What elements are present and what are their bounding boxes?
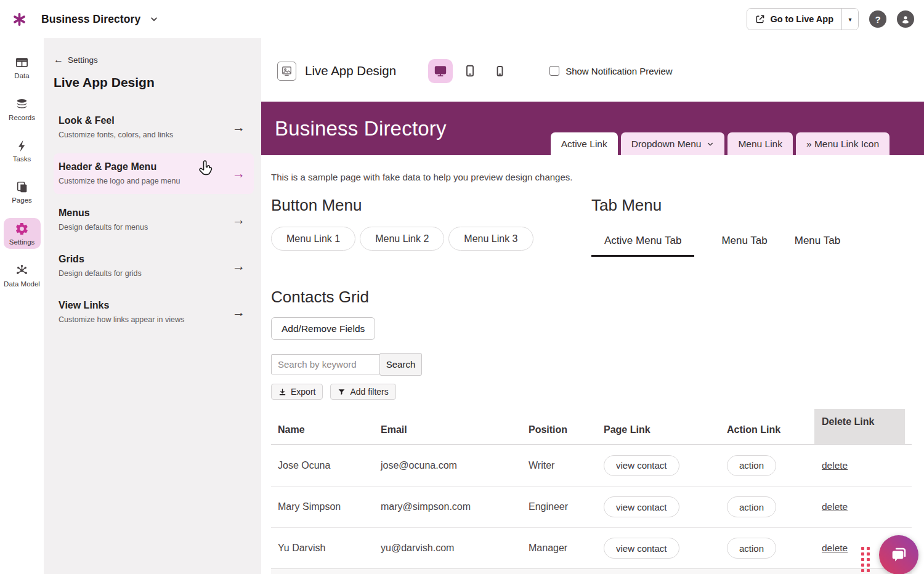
arrow-right-icon: → <box>232 305 245 318</box>
panel-item-header-page-menu[interactable]: Header & Page Menu Customize the logo an… <box>54 153 254 194</box>
lightning-icon <box>15 139 29 153</box>
preview-tab-dropdown-menu[interactable]: Dropdown Menu <box>621 132 725 155</box>
arrow-right-icon: → <box>232 259 245 272</box>
gear-icon <box>15 222 29 236</box>
menu-link-2-button[interactable]: Menu Link 2 <box>360 227 444 251</box>
preview-tab-menu-link-icon[interactable]: » Menu Link Icon <box>796 132 890 155</box>
panel-item-menus[interactable]: Menus Design defaults for menus → <box>54 200 254 240</box>
menu-tab[interactable]: Menu Tab <box>721 235 767 257</box>
go-to-live-app-button[interactable]: Go to Live App <box>747 9 841 30</box>
add-filters-button[interactable]: Add filters <box>330 384 395 400</box>
arrow-right-icon: → <box>232 213 245 226</box>
cell-position: Engineer <box>529 501 604 512</box>
arrow-right-icon: → <box>232 121 245 134</box>
delete-link[interactable]: delete <box>822 501 848 512</box>
column-header-delete-link: Delete Link <box>814 409 905 444</box>
cell-email: mary@simpson.com <box>381 501 529 512</box>
action-button[interactable]: action <box>727 455 776 476</box>
sidebar-item-label: Data <box>14 72 29 79</box>
chat-widget-button[interactable] <box>879 535 918 574</box>
add-filters-label: Add filters <box>350 387 388 397</box>
chevron-down-icon <box>150 15 158 23</box>
preview-tab-menu-link[interactable]: Menu Link <box>727 132 793 155</box>
view-contact-button[interactable]: view contact <box>604 455 679 476</box>
show-notification-preview-toggle[interactable]: Show Notification Preview <box>549 66 672 76</box>
panel-item-subtitle: Customize the logo and page menu <box>59 177 180 185</box>
view-contact-button[interactable]: view contact <box>604 496 679 517</box>
sidebar-item-label: Settings <box>9 238 35 246</box>
preview-tab-label: Dropdown Menu <box>631 139 702 150</box>
cell-email: jose@ocuna.com <box>381 460 529 471</box>
column-header-name: Name <box>271 409 381 444</box>
preview-header-menu: Active Link Dropdown Menu Menu Link » Me… <box>551 132 890 155</box>
database-icon <box>15 97 29 111</box>
device-tablet-button[interactable] <box>458 59 482 83</box>
panel-item-subtitle: Customize fonts, colors, and links <box>59 131 173 139</box>
column-header-action-link: Action Link <box>727 409 814 444</box>
sidebar-item-settings[interactable]: Settings <box>4 218 41 249</box>
action-button[interactable]: action <box>727 538 776 559</box>
table-row: Jose Ocuna jose@ocuna.com Writer view co… <box>271 445 912 486</box>
sidebar-item-records[interactable]: Records <box>4 94 41 124</box>
view-contact-button[interactable]: view contact <box>604 538 679 559</box>
button-menu-title: Button Menu <box>271 196 591 215</box>
preview-app-title: Business Directory <box>275 117 447 140</box>
menu-tab[interactable]: Menu Tab <box>795 235 840 257</box>
panel-item-title: Look & Feel <box>59 115 173 126</box>
sidebar-item-data[interactable]: Data <box>4 52 41 83</box>
knack-logo-icon <box>12 12 26 26</box>
active-menu-tab[interactable]: Active Menu Tab <box>591 235 694 257</box>
question-mark-icon: ? <box>875 14 880 25</box>
panel-title: Live App Design <box>54 75 254 90</box>
action-button[interactable]: action <box>727 496 776 517</box>
sidebar-item-label: Pages <box>12 196 32 204</box>
delete-link[interactable]: delete <box>822 543 848 553</box>
account-button[interactable] <box>897 10 914 28</box>
notification-preview-label: Show Notification Preview <box>565 66 672 76</box>
panel-item-title: Header & Page Menu <box>59 161 180 172</box>
download-icon <box>278 388 286 396</box>
panel-item-grids[interactable]: Grids Design defaults for grids → <box>54 246 254 286</box>
preview-image-icon <box>277 62 296 81</box>
column-header-position: Position <box>529 409 604 444</box>
device-phone-button[interactable] <box>487 59 512 83</box>
filter-icon <box>338 388 346 396</box>
go-to-live-app-caret-button[interactable]: ▾ <box>841 9 858 30</box>
cell-position: Writer <box>529 460 604 471</box>
back-to-settings-link[interactable]: ← Settings <box>54 54 254 65</box>
sidebar-item-data-model[interactable]: Data Model <box>4 260 41 291</box>
widget-drag-handle[interactable] <box>861 547 870 572</box>
sidebar-item-label: Records <box>9 114 35 121</box>
search-button[interactable]: Search <box>379 353 422 376</box>
delete-link[interactable]: delete <box>822 460 848 471</box>
panel-item-view-links[interactable]: View Links Customize how links appear in… <box>54 292 254 333</box>
tab-menu: Active Menu Tab Menu Tab Menu Tab <box>591 235 867 257</box>
cell-name: Jose Ocuna <box>271 460 381 471</box>
tablet-icon <box>463 64 477 78</box>
chat-bubble-icon <box>889 545 909 565</box>
sidebar-item-tasks[interactable]: Tasks <box>4 135 41 166</box>
main-header: Live App Design Show Notification Previe… <box>277 58 924 84</box>
table-row: Mary Simpson mary@simpson.com Engineer v… <box>271 486 912 527</box>
device-desktop-button[interactable] <box>428 59 453 83</box>
avatar-icon <box>900 14 911 25</box>
primary-nav: Data Records Tasks Pages Settings Data M… <box>0 38 44 574</box>
panel-item-title: Grids <box>59 254 142 265</box>
app-switcher[interactable]: Business Directory <box>41 13 158 26</box>
help-button[interactable]: ? <box>869 10 886 28</box>
table-row: Yu Darvish yu@darvish.com Manager view c… <box>271 527 912 568</box>
phone-icon <box>494 65 506 77</box>
preview-tab-active-link[interactable]: Active Link <box>551 132 618 155</box>
notification-preview-checkbox[interactable] <box>549 66 559 76</box>
external-link-icon <box>755 14 765 24</box>
arrow-right-icon: → <box>232 167 245 180</box>
grid-footer <box>271 568 912 574</box>
export-label: Export <box>291 387 315 397</box>
sidebar-item-pages[interactable]: Pages <box>4 177 41 207</box>
panel-item-look-and-feel[interactable]: Look & Feel Customize fonts, colors, and… <box>54 107 254 148</box>
menu-link-1-button[interactable]: Menu Link 1 <box>271 227 355 251</box>
search-input[interactable] <box>271 354 380 374</box>
add-remove-fields-button[interactable]: Add/Remove Fields <box>271 317 375 340</box>
menu-link-3-button[interactable]: Menu Link 3 <box>448 227 533 251</box>
export-button[interactable]: Export <box>271 384 323 400</box>
